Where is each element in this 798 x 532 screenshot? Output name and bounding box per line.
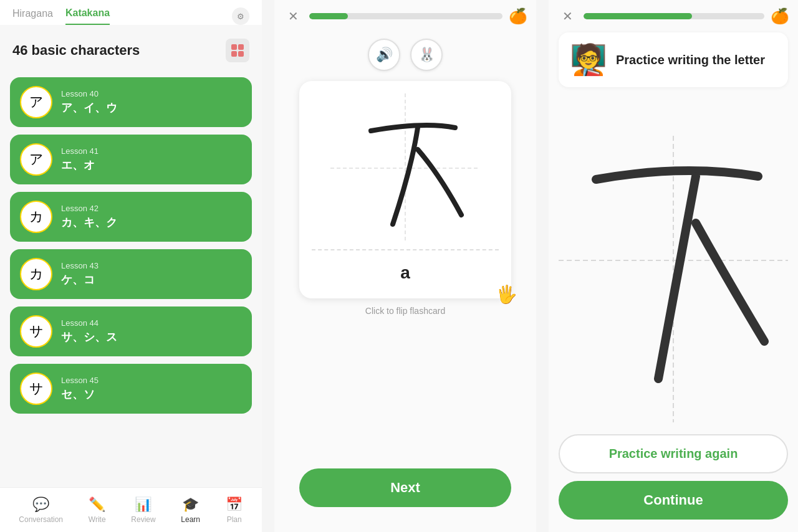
review-icon: 📊	[135, 496, 152, 513]
tab-katakana[interactable]: Katakana	[65, 7, 110, 25]
nav-write[interactable]: ✏️ Write	[89, 496, 106, 524]
middle-close-button[interactable]: ✕	[283, 6, 303, 26]
middle-progress-fill	[309, 13, 348, 19]
lesson-cards-container: ア Lesson 40 ア、イ、ウ ア Lesson 41 エ、オ カ Less…	[10, 77, 252, 414]
lesson-chars-3: ケ、コ	[61, 272, 99, 287]
lesson-chars-0: ア、イ、ウ	[61, 100, 117, 115]
practice-again-button[interactable]: Practice writing again	[559, 434, 788, 473]
lesson-number-1: Lesson 41	[61, 146, 99, 156]
lesson-number-4: Lesson 44	[61, 318, 117, 328]
grid-icon-shape	[231, 44, 244, 57]
nav-learn[interactable]: 🎓 Learn	[181, 496, 200, 524]
action-buttons: Practice writing again Continue	[549, 427, 798, 532]
nav-plan[interactable]: 📅 Plan	[226, 496, 243, 524]
middle-panel: ✕ 🍊 🔊 🐰 a 🖐 Clic	[274, 0, 536, 532]
lesson-info-5: Lesson 45 セ、ソ	[61, 376, 99, 402]
sound-button[interactable]: 🔊	[368, 39, 400, 71]
nav-review[interactable]: 📊 Review	[131, 496, 155, 524]
lesson-info-3: Lesson 43 ケ、コ	[61, 261, 99, 287]
lesson-info-0: Lesson 40 ア、イ、ウ	[61, 89, 117, 115]
lesson-card-2[interactable]: カ Lesson 42 カ、キ、ク	[10, 192, 252, 242]
lesson-number-3: Lesson 43	[61, 261, 99, 270]
continue-button[interactable]: Continue	[559, 481, 788, 520]
lesson-avatar-2: カ	[20, 201, 52, 233]
right-close-button[interactable]: ✕	[557, 6, 577, 26]
plan-icon: 📅	[226, 496, 243, 513]
right-progress-bar	[584, 13, 764, 19]
bottom-nav: 💬 Conversation ✏️ Write 📊 Review 🎓 Learn…	[0, 487, 262, 532]
lesson-avatar-1: ア	[20, 143, 52, 176]
orange-icon: 🍊	[509, 7, 527, 25]
lesson-chars-2: カ、キ、ク	[61, 215, 117, 230]
lesson-number-0: Lesson 40	[61, 89, 117, 98]
left-panel: Hiragana Katakana ⚙ 46 basic characters …	[0, 0, 262, 532]
nav-conversation[interactable]: 💬 Conversation	[19, 496, 63, 524]
lesson-chars-1: エ、オ	[61, 158, 99, 173]
lesson-info-1: Lesson 41 エ、オ	[61, 146, 99, 173]
next-button[interactable]: Next	[299, 468, 511, 507]
characters-header: 46 basic characters	[10, 32, 252, 69]
tab-hiragana[interactable]: Hiragana	[12, 8, 53, 24]
lesson-card-4[interactable]: サ Lesson 44 サ、シ、ス	[10, 306, 252, 356]
right-top-bar: ✕ 🍊	[549, 0, 798, 32]
flashcard-character-svg	[330, 93, 480, 243]
hand-cursor-icon: 🖐	[496, 284, 517, 305]
lesson-avatar-4: サ	[20, 315, 52, 348]
lesson-chars-4: サ、シ、ス	[61, 330, 117, 344]
nav-learn-label: Learn	[181, 515, 200, 524]
settings-icon[interactable]: ⚙	[232, 7, 249, 25]
lesson-chars-5: セ、ソ	[61, 387, 99, 402]
lesson-card-5[interactable]: サ Lesson 45 セ、ソ	[10, 364, 252, 414]
right-orange-icon: 🍊	[771, 7, 789, 25]
nav-review-label: Review	[131, 515, 155, 524]
nav-write-label: Write	[89, 515, 106, 524]
right-panel: ✕ 🍊 🧑‍🏫 Practice writing the letter Prac…	[549, 0, 798, 532]
middle-progress-bar	[309, 13, 502, 19]
write-icon: ✏️	[89, 496, 106, 513]
lesson-card-0[interactable]: ア Lesson 40 ア、イ、ウ	[10, 77, 252, 127]
top-tabs: Hiragana Katakana ⚙	[0, 0, 262, 25]
flashcard-controls: 🔊 🐰	[274, 32, 536, 81]
flashcard-divider	[312, 249, 499, 250]
lesson-info-4: Lesson 44 サ、シ、ス	[61, 318, 117, 344]
lesson-info-2: Lesson 42 カ、キ、ク	[61, 204, 117, 230]
lesson-avatar-0: ア	[20, 86, 52, 118]
writing-area[interactable]	[559, 93, 788, 427]
flashcard-flip-button[interactable]: 🐰	[410, 39, 443, 71]
lesson-avatar-3: カ	[20, 258, 52, 290]
lesson-card-3[interactable]: カ Lesson 43 ケ、コ	[10, 249, 252, 299]
lesson-avatar-5: サ	[20, 373, 52, 405]
lesson-list-area: 46 basic characters ア Lesson 40 ア、イ、ウ ア …	[0, 25, 262, 532]
lesson-card-1[interactable]: ア Lesson 41 エ、オ	[10, 135, 252, 184]
nav-plan-label: Plan	[227, 515, 242, 524]
flip-hint: Click to flip flashcard	[365, 306, 445, 316]
learn-icon: 🎓	[182, 496, 200, 513]
flashcard[interactable]: a 🖐	[299, 81, 511, 298]
middle-top-bar: ✕ 🍊	[274, 0, 536, 32]
practice-header-card: 🧑‍🏫 Practice writing the letter	[559, 32, 788, 87]
conversation-icon: 💬	[32, 496, 50, 513]
lesson-number-2: Lesson 42	[61, 204, 117, 213]
grid-view-button[interactable]	[226, 39, 249, 62]
right-progress-fill	[584, 13, 692, 19]
characters-title: 46 basic characters	[12, 42, 140, 59]
mascot-icon: 🧑‍🏫	[570, 41, 607, 78]
nav-conversation-label: Conversation	[19, 515, 63, 524]
lesson-number-5: Lesson 45	[61, 376, 99, 385]
flashcard-area: a 🖐 Click to flip flashcard	[274, 81, 536, 468]
next-btn-container: Next	[274, 468, 536, 532]
flashcard-romaji: a	[400, 257, 410, 286]
practice-title: Practice writing the letter	[616, 53, 765, 67]
writing-canvas-svg	[559, 98, 788, 422]
